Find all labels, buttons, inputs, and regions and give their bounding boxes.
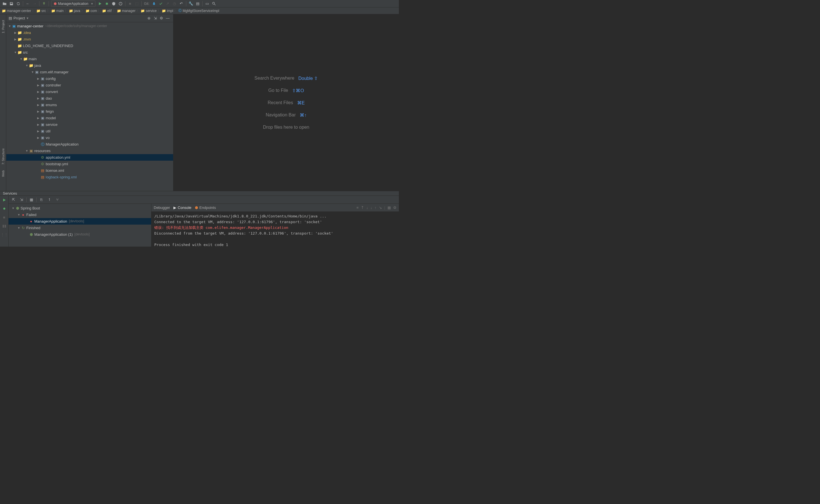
settings-icon[interactable]: ⚙	[393, 205, 397, 210]
branch-icon[interactable]: ⑂	[54, 197, 61, 203]
tab-console[interactable]: ▶Console	[173, 205, 191, 210]
tree-item[interactable]: ⒸManagerApplication	[6, 141, 173, 148]
git-update-icon[interactable]	[150, 1, 157, 7]
tree-item[interactable]: ▼⬢Spring Boot	[9, 205, 151, 211]
folder-icon: 📁	[51, 9, 55, 13]
profile-icon[interactable]	[117, 1, 124, 7]
pause-icon[interactable]: ▮▮	[1, 223, 7, 229]
breadcrumb-item[interactable]: 📁src	[36, 9, 46, 13]
debug-icon[interactable]	[103, 1, 110, 7]
breadcrumb-item[interactable]: 📁main	[51, 9, 64, 13]
tree-item[interactable]: ▶▣convert	[6, 88, 173, 95]
breadcrumb-item[interactable]: ⒸMgMgtStoreServiceImpl	[178, 8, 219, 13]
filter-icon[interactable]: ⎘	[38, 197, 45, 203]
tree-item[interactable]: ▶📁.idea	[6, 29, 173, 36]
up-icon[interactable]: ↿	[46, 197, 53, 203]
tree-item[interactable]: ▼●Failed	[9, 211, 151, 218]
debug-icon[interactable]	[1, 205, 7, 212]
locate-icon[interactable]: ⊕	[146, 15, 152, 21]
breadcrumb-item[interactable]: 📁impl	[162, 9, 173, 13]
open-icon[interactable]	[1, 1, 8, 7]
scroll-icon[interactable]: ⤒	[361, 205, 364, 210]
expand-icon[interactable]: ⇲	[152, 15, 158, 21]
breadcrumb-item[interactable]: 📁manager	[117, 9, 135, 13]
tree-item[interactable]: ▶▣model	[6, 115, 173, 121]
tree-item[interactable]: ▤logback-spring.xml	[6, 174, 173, 180]
wrap-icon[interactable]: ≡	[357, 205, 359, 210]
build-icon[interactable]	[41, 1, 47, 7]
tree-item[interactable]: ▶▣feign	[6, 108, 173, 115]
tree-item[interactable]: ▼📁main	[6, 56, 173, 62]
tree-item-selected[interactable]: ●ManagerApplication[devtools]	[9, 218, 151, 225]
class-icon: Ⓒ	[40, 141, 45, 148]
breadcrumb-item[interactable]: 📁service	[140, 9, 156, 13]
presentation-icon[interactable]: ▭	[204, 1, 211, 7]
breadcrumb-item[interactable]: 📁java	[69, 9, 80, 13]
tree-item-selected[interactable]: ⚙application.yml	[6, 154, 173, 161]
tree-item[interactable]: ▼📁src	[6, 49, 173, 56]
services-tree[interactable]: ▼⬢Spring Boot ▼●Failed ●ManagerApplicati…	[9, 204, 151, 247]
project-tree[interactable]: ▼▣ manager-center ~/developer/code/sshy/…	[6, 22, 173, 191]
structure-icon[interactable]: ▤	[194, 1, 201, 7]
tree-item[interactable]: ▶▣enums	[6, 102, 173, 108]
breadcrumb-item[interactable]: 📁manager-center	[2, 9, 31, 13]
group-icon[interactable]: ▦	[28, 197, 35, 203]
tree-item[interactable]: ⚙bootstrap.yml	[6, 161, 173, 167]
settings-icon[interactable]: 🔧	[187, 1, 194, 7]
tree-item[interactable]: ▤license.xml	[6, 167, 173, 174]
tree-root[interactable]: ▼▣ manager-center ~/developer/code/sshy/…	[6, 23, 173, 29]
tree-item[interactable]: ▶▣controller	[6, 82, 173, 88]
export-icon[interactable]: ↘	[379, 205, 382, 210]
breadcrumb-item[interactable]: 📁elif	[102, 9, 111, 13]
search-icon[interactable]	[211, 1, 218, 7]
stop-icon[interactable]: ■	[1, 214, 7, 220]
git-commit-icon[interactable]	[157, 1, 164, 7]
tab-endpoints[interactable]: ⬢Endpoints	[195, 205, 216, 210]
run-icon[interactable]	[1, 197, 7, 203]
tab-debugger[interactable]: Debugger	[154, 205, 170, 210]
back-icon[interactable]: ←	[24, 1, 31, 7]
tree-item[interactable]: 📁LOG_HOME_IS_UNDEFINED	[6, 43, 173, 49]
tree-item[interactable]: ⬢ManagerApplication (1)[devtools]	[9, 231, 151, 238]
tree-item[interactable]: ▶▣util	[6, 128, 173, 134]
run-config-selector[interactable]: ⬢ ManagerApplication ▾	[51, 1, 95, 7]
tree-item[interactable]: ▶▣config	[6, 75, 173, 82]
tree-item[interactable]: ▶📁.mvn	[6, 36, 173, 43]
breadcrumb-item[interactable]: 📁com	[85, 9, 97, 13]
tree-item[interactable]: ▶▣dao	[6, 95, 173, 102]
attach-icon[interactable]: ⬚	[133, 1, 140, 7]
more-icon[interactable]: ⋮⋮	[1, 231, 7, 237]
project-tool-window: ▤ Project ▾ ⊕ ⇲ ⚙ — ▼▣ manager-center ~/…	[6, 14, 173, 191]
panel-title[interactable]: ▤ Project ▾	[9, 16, 146, 20]
run-icon[interactable]	[96, 1, 103, 7]
git-rollback-icon[interactable]: ↶	[178, 1, 185, 7]
git-push-icon[interactable]: ↗	[164, 1, 171, 7]
grid-icon[interactable]: ▦	[387, 205, 391, 210]
tree-item[interactable]: ▼📁java	[6, 62, 173, 69]
sync-icon[interactable]	[15, 1, 22, 7]
git-history-icon[interactable]: ◷	[171, 1, 178, 7]
forward-icon[interactable]: →	[31, 1, 38, 7]
svg-point-2	[213, 2, 215, 4]
package-icon: ▣	[40, 115, 45, 121]
tree-item[interactable]: ▶▣service	[6, 121, 173, 128]
tab-structure[interactable]: 7: Structure	[1, 148, 5, 165]
console-output[interactable]: /Library/Java/JavaVirtualMachines/jdk1.8…	[151, 212, 399, 247]
tab-project[interactable]: 1: Project	[1, 20, 5, 33]
tree-item[interactable]: ▶▣vo	[6, 134, 173, 141]
save-icon[interactable]	[8, 1, 15, 7]
gear-icon[interactable]: ⚙	[158, 15, 164, 21]
up2-icon[interactable]: ↑	[375, 205, 377, 210]
hide-icon[interactable]: —	[164, 15, 171, 21]
collapse-all-icon[interactable]: ⇲	[18, 197, 25, 203]
down2-icon[interactable]: ↓	[371, 205, 373, 210]
coverage-icon[interactable]	[110, 1, 117, 7]
yml-icon: ⚙	[40, 161, 45, 167]
stop-icon[interactable]: ■	[126, 1, 133, 7]
expand-all-icon[interactable]: ⇱	[10, 197, 17, 203]
tree-item[interactable]: ▼↻Finished	[9, 225, 151, 231]
tree-item[interactable]: ▼▣com.elif.manager	[6, 69, 173, 75]
tab-web[interactable]: Web	[1, 170, 5, 177]
down1-icon[interactable]: ↓	[366, 205, 368, 210]
tree-item[interactable]: ▼▣resources	[6, 148, 173, 154]
